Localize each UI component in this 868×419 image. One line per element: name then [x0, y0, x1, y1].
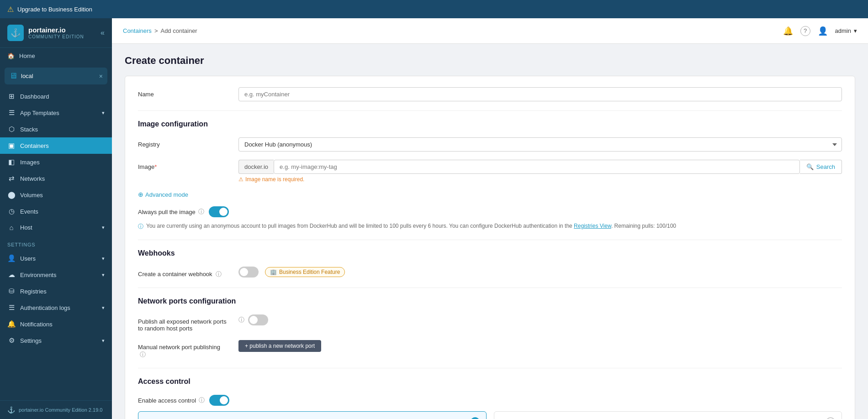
- name-input-wrap: [238, 87, 842, 101]
- sidebar-item-label: Stacks: [20, 126, 38, 133]
- sidebar-item-users[interactable]: 👤 Users ▾: [0, 250, 112, 267]
- webhook-help-icon[interactable]: ⓘ: [216, 271, 222, 278]
- logo-text: portainer.io COMMUNITY EDITION: [28, 26, 84, 40]
- breadcrumb-separator: >: [154, 27, 158, 34]
- sidebar-item-label: Authentication logs: [20, 304, 70, 311]
- always-pull-help-icon[interactable]: ⓘ: [198, 208, 204, 216]
- app-templates-arrow: ▾: [102, 110, 105, 116]
- host-arrow: ▾: [102, 225, 105, 230]
- sidebar-item-images[interactable]: ◧ Images: [0, 154, 112, 170]
- logo-edition: COMMUNITY EDITION: [28, 34, 84, 40]
- sidebar-item-label: Networks: [20, 175, 45, 182]
- sidebar-item-label: Dashboard: [20, 93, 49, 100]
- sidebar-item-volumes[interactable]: ⬤ Volumes: [0, 187, 112, 203]
- required-marker: *: [154, 163, 157, 170]
- sidebar-item-label: Containers: [20, 142, 49, 149]
- help-button[interactable]: ?: [800, 26, 810, 36]
- host-icon: ⌂: [7, 224, 16, 231]
- sidebar-item-label: Volumes: [20, 192, 43, 199]
- publish-ports-toggle[interactable]: [248, 314, 268, 325]
- restricted-access-card[interactable]: Restricted I want to restrict the manage…: [494, 411, 842, 419]
- settings-arrow: ▾: [102, 338, 105, 344]
- auth-logs-icon: ☰: [7, 304, 16, 312]
- anon-info-text: ⓘ You are currently using an anonymous a…: [138, 222, 842, 230]
- sidebar-item-label: Registries: [20, 288, 47, 295]
- footer-version-text: portainer.io Community Edition 2.19.0: [19, 407, 102, 413]
- sidebar-nav: ⊞ Dashboard ☰ App Templates ▾ ⬡ Stacks ▣…: [0, 88, 112, 400]
- image-prefix: docker.io: [238, 160, 274, 174]
- top-bar: Containers > Add container 🔔 ? 👤 admin ▾: [112, 18, 868, 44]
- notifications-icon: 🔔: [7, 320, 16, 328]
- networks-icon: ⇄: [7, 174, 16, 183]
- sidebar-item-notifications[interactable]: 🔔 Notifications: [0, 316, 112, 332]
- env-close-button[interactable]: ×: [99, 73, 103, 80]
- warning-icon: ⚠: [7, 5, 14, 14]
- breadcrumb: Containers > Add container: [123, 27, 197, 34]
- breadcrumb-current: Add container: [160, 27, 197, 34]
- sidebar-item-stacks[interactable]: ⬡ Stacks: [0, 121, 112, 137]
- breadcrumb-root[interactable]: Containers: [123, 27, 152, 34]
- sidebar-item-events[interactable]: ◷ Events: [0, 203, 112, 220]
- advanced-mode-icon: ⊕: [138, 191, 143, 198]
- sidebar-item-containers[interactable]: ▣ Containers: [0, 137, 112, 154]
- webhook-row: Create a container webhook ⓘ 🏢 Business …: [138, 267, 842, 278]
- registry-label: Registry: [138, 137, 229, 148]
- always-pull-label: Always pull the image ⓘ: [138, 208, 204, 216]
- sidebar-item-auth-logs[interactable]: ☰ Authentication logs ▾: [0, 299, 112, 316]
- sidebar-item-label: Events: [20, 208, 38, 215]
- environments-icon: ☁: [7, 271, 16, 279]
- registries-view-link[interactable]: Registries View: [574, 223, 611, 229]
- image-input[interactable]: [274, 160, 800, 174]
- users-arrow: ▾: [102, 256, 105, 262]
- image-error: ⚠ Image name is required.: [238, 176, 842, 183]
- name-label: Name: [138, 87, 229, 98]
- user-name: admin: [835, 27, 851, 34]
- sidebar-item-environments[interactable]: ☁ Environments ▾: [0, 267, 112, 283]
- network-ports-title: Network ports configuration: [138, 297, 842, 307]
- sidebar-item-registries[interactable]: ⛁ Registries: [0, 283, 112, 299]
- user-icon: 👤: [818, 26, 828, 36]
- enable-access-help-icon[interactable]: ⓘ: [199, 396, 205, 404]
- manual-publish-help-icon[interactable]: ⓘ: [140, 351, 146, 358]
- page-content: Create container Name Image configuratio…: [112, 44, 868, 419]
- sidebar-item-home[interactable]: 🏠 Home: [0, 48, 112, 64]
- search-button[interactable]: 🔍 Search: [800, 160, 842, 174]
- building-icon: 🏢: [270, 269, 277, 275]
- sidebar-item-dashboard[interactable]: ⊞ Dashboard: [0, 88, 112, 105]
- sidebar: ⚓ portainer.io COMMUNITY EDITION « 🏠 Hom…: [0, 18, 112, 419]
- always-pull-toggle[interactable]: [209, 206, 229, 217]
- user-menu[interactable]: admin ▾: [835, 27, 857, 34]
- webhooks-title: Webhooks: [138, 249, 842, 259]
- bell-button[interactable]: 🔔: [783, 26, 793, 36]
- name-input[interactable]: [238, 87, 842, 101]
- sidebar-item-label: Images: [20, 159, 40, 166]
- sidebar-item-settings[interactable]: ⚙ Settings ▾: [0, 332, 112, 349]
- sidebar-item-app-templates[interactable]: ☰ App Templates ▾: [0, 105, 112, 121]
- sidebar-item-label: Host: [20, 224, 32, 231]
- sidebar-item-label: Environments: [20, 272, 56, 278]
- registry-select[interactable]: Docker Hub (anonymous): [238, 137, 842, 152]
- main-content: Containers > Add container 🔔 ? 👤 admin ▾…: [112, 18, 868, 419]
- publish-help-icon[interactable]: ⓘ: [238, 316, 244, 324]
- business-edition-badge[interactable]: 🏢 Business Edition Feature: [265, 267, 345, 277]
- access-cards: Administrators I want to restrict the ma…: [138, 411, 842, 419]
- admin-access-card[interactable]: Administrators I want to restrict the ma…: [138, 411, 487, 419]
- environment-selector[interactable]: 🖥 local ×: [5, 68, 107, 84]
- upgrade-bar[interactable]: ⚠ Upgrade to Business Edition: [0, 0, 868, 18]
- enable-access-toggle[interactable]: [209, 395, 229, 406]
- name-row: Name: [138, 87, 842, 101]
- advanced-mode-link[interactable]: ⊕ Advanced mode: [138, 191, 842, 198]
- sidebar-collapse-button[interactable]: «: [101, 29, 105, 37]
- publish-new-port-button[interactable]: + publish a new network port: [238, 340, 321, 352]
- sidebar-item-label: App Templates: [20, 110, 59, 116]
- webhook-toggle[interactable]: [238, 267, 259, 278]
- top-actions: 🔔 ? 👤 admin ▾: [783, 26, 857, 36]
- users-icon: 👤: [7, 254, 16, 262]
- sidebar-item-label: Settings: [20, 337, 42, 344]
- manual-publish-row: Manual network port publishing ⓘ + publi…: [138, 340, 842, 359]
- sidebar-item-host[interactable]: ⌂ Host ▾: [0, 220, 112, 236]
- home-label: Home: [19, 52, 35, 59]
- create-container-form: Name Image configuration Registry Docker…: [125, 76, 855, 419]
- sidebar-item-networks[interactable]: ⇄ Networks: [0, 170, 112, 187]
- volumes-icon: ⬤: [7, 191, 16, 199]
